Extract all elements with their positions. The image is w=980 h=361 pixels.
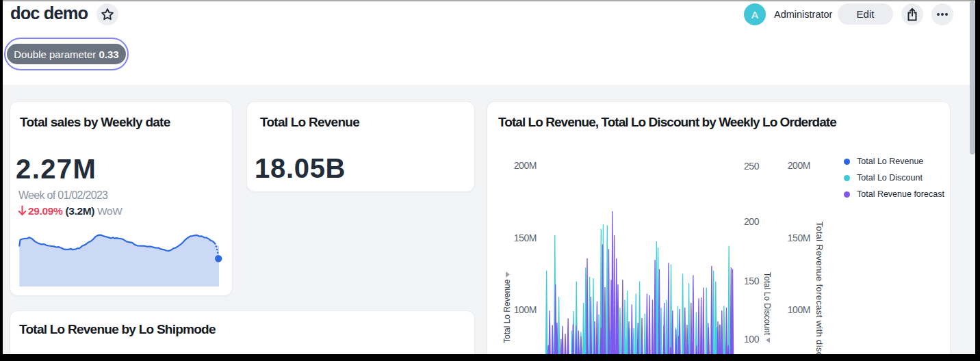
svg-text:Total Lo Discount: Total Lo Discount	[762, 272, 772, 336]
svg-text:Total Lo Revenue: Total Lo Revenue	[502, 279, 512, 343]
svg-text:Total Revenue forecast with di: Total Revenue forecast with discount	[814, 222, 825, 354]
